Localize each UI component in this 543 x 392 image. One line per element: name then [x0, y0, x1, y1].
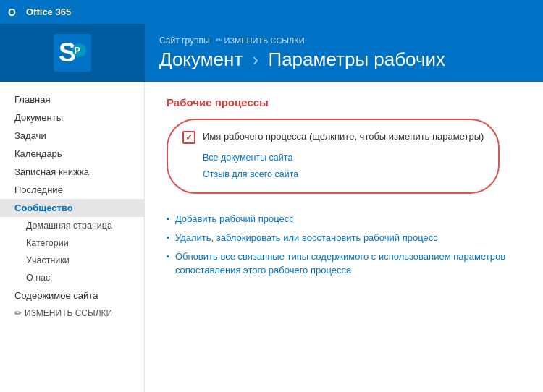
workflow-links: Все документы сайта Отзыв для всего сайт… [203, 150, 484, 182]
bullet-icon-delete: ▪ [167, 233, 169, 242]
sp-header: S P Сайт группы ✏ ИЗМЕНИТЬ ССЫЛКИ Докуме… [0, 24, 543, 82]
delete-workflow-link[interactable]: Удалить, заблокировать или восстановить … [175, 231, 438, 244]
sidebar-item-o-nas[interactable]: О нас [0, 269, 144, 286]
update-workflow-link[interactable]: Обновить все связанные типы содержимого … [175, 250, 521, 276]
sidebar-item-soobshchestvo[interactable]: Сообщество [0, 199, 144, 217]
sidebar-edit-links[interactable]: ✏ ИЗМЕНИТЬ ССЫЛКИ [0, 304, 144, 322]
sidebar-item-zapisnaya[interactable]: Записная книжка [0, 163, 144, 181]
office-logo: O Office 365 [7, 5, 71, 20]
workflow-box: Имя рабочего процесса (щелкните, чтобы и… [167, 119, 500, 194]
sp-site-nav: Сайт группы ✏ ИЗМЕНИТЬ ССЫЛКИ [159, 35, 529, 46]
pencil-icon: ✏ [216, 36, 222, 44]
sidebar-item-uchastniki[interactable]: Участники [0, 252, 144, 269]
sidebar-item-kalendar[interactable]: Календарь [0, 145, 144, 163]
workflow-item-label[interactable]: Имя рабочего процесса (щелкните, чтобы и… [203, 130, 484, 143]
action-link-item-update: ▪ Обновить все связанные типы содержимог… [167, 250, 521, 276]
edit-links-label: ИЗМЕНИТЬ ССЫЛКИ [224, 36, 305, 45]
sp-logo-box: S P [0, 24, 145, 82]
action-link-item-delete: ▪ Удалить, заблокировать или восстановит… [167, 231, 521, 244]
sidebar-item-domashnyaya[interactable]: Домашняя страница [0, 217, 144, 234]
sp-breadcrumb-title: Сайт группы ✏ ИЗМЕНИТЬ ССЫЛКИ Документ ›… [145, 28, 543, 78]
sidebar-item-poslednie[interactable]: Последние [0, 181, 144, 199]
action-links: ▪ Добавить рабочий процесс ▪ Удалить, за… [167, 213, 521, 277]
main-layout: Главная Документы Задачи Календарь Запис… [0, 82, 543, 392]
workflow-link-all-docs[interactable]: Все документы сайта [203, 150, 484, 166]
sidebar-item-kategorii[interactable]: Категории [0, 234, 144, 252]
breadcrumb-arrow: › [253, 48, 264, 70]
breadcrumb-part2: Параметры рабочих [268, 48, 445, 70]
workflow-link-feedback[interactable]: Отзыв для всего сайта [203, 166, 484, 183]
bullet-icon-update: ▪ [167, 252, 169, 260]
add-workflow-link[interactable]: Добавить рабочий процесс [175, 213, 294, 226]
breadcrumb-part1: Документ [159, 48, 243, 70]
action-link-item-add: ▪ Добавить рабочий процесс [167, 213, 521, 226]
sidebar-edit-links-label: ИЗМЕНИТЬ ССЫЛКИ [25, 308, 112, 318]
svg-text:O: O [8, 7, 16, 18]
sidebar-item-zadachi[interactable]: Задачи [0, 127, 144, 145]
topbar: O Office 365 [0, 0, 543, 24]
sidebar-item-glavnaya[interactable]: Главная [0, 90, 144, 108]
edit-links-button[interactable]: ✏ ИЗМЕНИТЬ ССЫЛКИ [216, 36, 305, 45]
content-area: Рабочие процессы Имя рабочего процесса (… [145, 82, 543, 392]
workflow-checkbox[interactable] [182, 131, 195, 144]
pencil-icon-sidebar: ✏ [14, 308, 22, 318]
sidebar-item-dokumenty[interactable]: Документы [0, 108, 144, 127]
sharepoint-logo: S P [54, 34, 91, 72]
svg-text:P: P [75, 46, 80, 56]
bullet-icon-add: ▪ [167, 214, 169, 223]
section-title: Рабочие процессы [167, 96, 521, 108]
workflow-item: Имя рабочего процесса (щелкните, чтобы и… [182, 130, 484, 144]
app-title: Office 365 [26, 7, 71, 17]
sidebar: Главная Документы Задачи Календарь Запис… [0, 82, 145, 392]
site-group-link[interactable]: Сайт группы [159, 35, 210, 46]
office-icon: O [7, 5, 22, 20]
sidebar-item-soderzhimoe[interactable]: Содержимое сайта [0, 286, 144, 304]
page-heading: Документ › Параметры рабочих [159, 48, 529, 71]
